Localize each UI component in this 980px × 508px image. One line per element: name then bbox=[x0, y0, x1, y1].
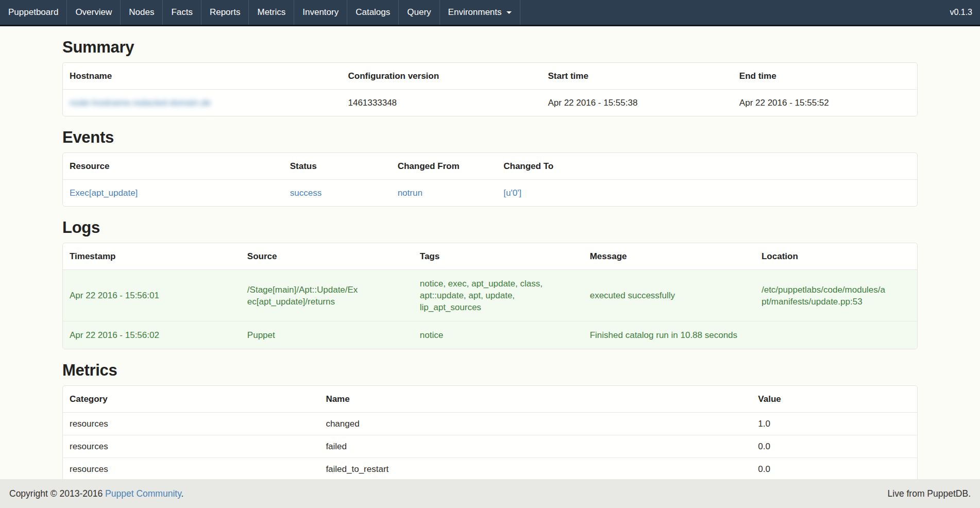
log-source: Puppet bbox=[241, 321, 413, 349]
nav-brand-puppetboard[interactable]: Puppetboard bbox=[0, 0, 67, 25]
summary-table-panel: Hostname Configuration version Start tim… bbox=[62, 62, 918, 116]
events-table: Resource Status Changed From Changed To … bbox=[63, 153, 917, 206]
log-timestamp: Apr 22 2016 - 15:56:02 bbox=[63, 321, 241, 349]
events-table-panel: Resource Status Changed From Changed To … bbox=[62, 153, 918, 207]
logs-col-timestamp: Timestamp bbox=[63, 243, 241, 270]
config-version-value: 1461333348 bbox=[342, 90, 542, 116]
nav-item-overview[interactable]: Overview bbox=[67, 0, 121, 25]
metric-value: 1.0 bbox=[751, 413, 917, 435]
nav-item-reports[interactable]: Reports bbox=[201, 0, 249, 25]
copyright-text: Copyright © 2013-2016 Puppet Community. bbox=[9, 488, 183, 499]
logs-table-panel: Timestamp Source Tags Message Location A… bbox=[62, 243, 918, 349]
summary-table: Hostname Configuration version Start tim… bbox=[63, 63, 917, 116]
end-time-value: Apr 22 2016 - 15:55:52 bbox=[733, 90, 917, 116]
metric-name: failed_to_restart bbox=[319, 458, 751, 481]
log-location bbox=[755, 321, 917, 349]
event-status-link[interactable]: success bbox=[290, 188, 322, 198]
summary-col-end-time: End time bbox=[733, 63, 917, 90]
logs-table: Timestamp Source Tags Message Location A… bbox=[63, 243, 917, 349]
event-changed-to-link[interactable]: [u'0'] bbox=[503, 188, 521, 198]
event-changed-from-link[interactable]: notrun bbox=[398, 188, 423, 198]
log-row: Apr 22 2016 - 15:56:01 /Stage[main]/Apt:… bbox=[63, 270, 917, 321]
start-time-value: Apr 22 2016 - 15:55:38 bbox=[541, 90, 732, 116]
footer: Copyright © 2013-2016 Puppet Community. … bbox=[0, 479, 980, 508]
logs-col-location: Location bbox=[755, 243, 917, 270]
event-resource-link[interactable]: Exec[apt_update] bbox=[70, 188, 138, 198]
nav-item-facts[interactable]: Facts bbox=[163, 0, 201, 25]
puppet-community-link[interactable]: Puppet Community bbox=[105, 488, 181, 499]
metric-name: failed bbox=[319, 435, 751, 458]
summary-col-config-version: Configuration version bbox=[342, 63, 542, 90]
logs-header-row: Timestamp Source Tags Message Location bbox=[63, 243, 917, 270]
log-message: Finished catalog run in 10.88 seconds bbox=[583, 321, 755, 349]
summary-header-row: Hostname Configuration version Start tim… bbox=[63, 63, 917, 90]
logs-col-tags: Tags bbox=[413, 243, 583, 270]
events-col-changed-from: Changed From bbox=[391, 153, 497, 180]
metrics-col-name: Name bbox=[319, 386, 751, 413]
event-row: Exec[apt_update] success notrun [u'0'] bbox=[63, 180, 917, 207]
metric-row: resources changed 1.0 bbox=[63, 413, 917, 435]
nav-item-query[interactable]: Query bbox=[399, 0, 440, 25]
metric-value: 0.0 bbox=[751, 435, 917, 458]
nav-item-nodes[interactable]: Nodes bbox=[121, 0, 163, 25]
logs-col-message: Message bbox=[583, 243, 755, 270]
nav-item-environments-dropdown[interactable]: Environments bbox=[440, 0, 520, 25]
nav-environments-label: Environments bbox=[448, 7, 502, 18]
metric-category: resources bbox=[63, 413, 319, 435]
logs-heading: Logs bbox=[62, 219, 918, 236]
events-col-resource: Resource bbox=[63, 153, 283, 180]
events-header-row: Resource Status Changed From Changed To bbox=[63, 153, 917, 180]
nav-item-metrics[interactable]: Metrics bbox=[249, 0, 294, 25]
metric-row: resources failed_to_restart 0.0 bbox=[63, 458, 917, 481]
metric-category: resources bbox=[63, 458, 319, 481]
copyright-prefix: Copyright © 2013-2016 bbox=[9, 488, 105, 499]
log-location: /etc/puppetlabs/code/modules/apt/manifes… bbox=[755, 270, 917, 321]
nav-item-catalogs[interactable]: Catalogs bbox=[347, 0, 399, 25]
metrics-col-value: Value bbox=[751, 386, 917, 413]
navbar-items: Puppetboard Overview Nodes Facts Reports… bbox=[0, 0, 520, 25]
metric-name: changed bbox=[319, 413, 751, 435]
log-row: Apr 22 2016 - 15:56:02 Puppet notice Fin… bbox=[63, 321, 917, 349]
metric-value: 0.0 bbox=[751, 458, 917, 481]
events-col-status: Status bbox=[283, 153, 391, 180]
events-heading: Events bbox=[62, 129, 918, 146]
metric-category: resources bbox=[63, 435, 319, 458]
metrics-heading: Metrics bbox=[62, 362, 918, 379]
chevron-down-icon bbox=[506, 11, 512, 14]
report-detail-page: Summary Hostname Configuration version S… bbox=[62, 39, 918, 503]
log-timestamp: Apr 22 2016 - 15:56:01 bbox=[63, 270, 241, 321]
copyright-suffix: . bbox=[181, 488, 184, 499]
navbar: Puppetboard Overview Nodes Facts Reports… bbox=[0, 0, 980, 26]
summary-col-start-time: Start time bbox=[541, 63, 732, 90]
log-tags: notice bbox=[413, 321, 583, 349]
metrics-header-row: Category Name Value bbox=[63, 386, 917, 413]
summary-col-hostname: Hostname bbox=[63, 63, 342, 90]
app-version-label: v0.1.3 bbox=[942, 0, 980, 25]
puppetdb-status-label: Live from PuppetDB. bbox=[888, 488, 971, 499]
hostname-link[interactable]: node-hostname.redacted-domain.de bbox=[70, 98, 211, 108]
summary-heading: Summary bbox=[62, 39, 918, 56]
log-source: /Stage[main]/Apt::Update/Exec[apt_update… bbox=[241, 270, 413, 321]
log-message: executed successfully bbox=[583, 270, 755, 321]
summary-row: node-hostname.redacted-domain.de 1461333… bbox=[63, 90, 917, 116]
logs-col-source: Source bbox=[241, 243, 413, 270]
metrics-col-category: Category bbox=[63, 386, 319, 413]
nav-item-inventory[interactable]: Inventory bbox=[294, 0, 347, 25]
log-tags: notice, exec, apt_update, class, apt::up… bbox=[413, 270, 583, 321]
events-col-changed-to: Changed To bbox=[497, 153, 917, 180]
metric-row: resources failed 0.0 bbox=[63, 435, 917, 458]
